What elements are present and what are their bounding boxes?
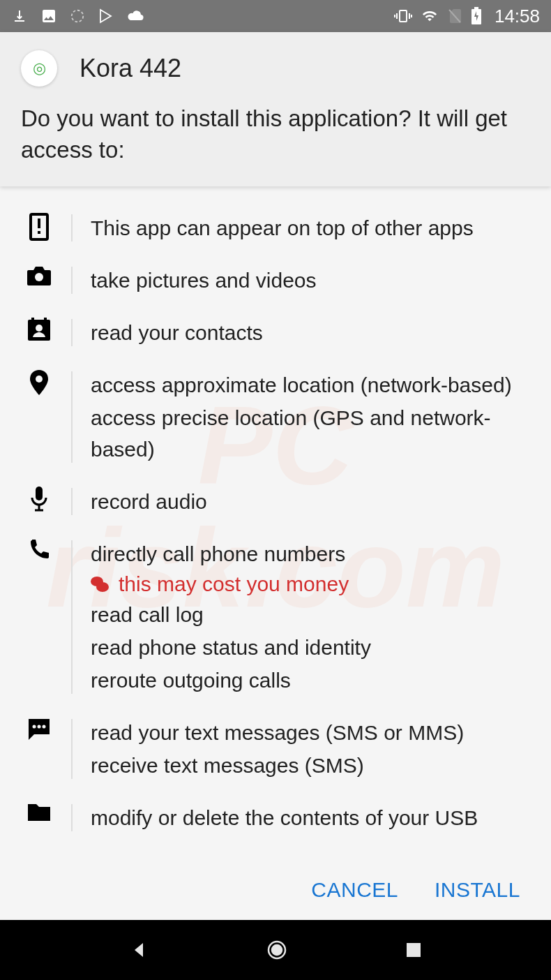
cloud-icon	[127, 9, 145, 23]
warning-text: this may cost you money	[119, 572, 349, 596]
sms-icon	[25, 716, 53, 782]
cancel-button[interactable]: CANCEL	[311, 878, 398, 902]
install-button[interactable]: INSTALL	[435, 878, 520, 902]
battery-charging-icon	[471, 7, 482, 25]
dialog-buttons: CANCEL INSTALL	[0, 860, 551, 920]
perm-contacts: read your contacts	[0, 306, 551, 359]
play-store-icon	[98, 8, 114, 24]
folder-icon	[25, 801, 53, 834]
svg-rect-11	[38, 231, 40, 234]
location-icon	[25, 369, 53, 466]
svg-point-21	[33, 725, 36, 729]
perm-text: modify or delete the contents of your US…	[91, 801, 530, 834]
perm-phone: directly call phone numbers this may cos…	[0, 528, 551, 706]
perm-text: This app can appear on top of other apps	[91, 211, 530, 244]
svg-point-0	[72, 10, 84, 22]
perm-text: directly call phone numbers	[91, 537, 530, 570]
perm-text: read your text messages (SMS or MMS)	[91, 716, 530, 749]
svg-rect-8	[474, 7, 478, 9]
svg-rect-18	[36, 487, 43, 500]
svg-point-17	[36, 376, 43, 383]
perm-location: access approximate location (network-bas…	[0, 359, 551, 475]
overlay-icon	[25, 211, 53, 244]
perm-text: receive text messages (SMS)	[91, 749, 530, 782]
install-prompt: Do you want to install this application?…	[21, 103, 530, 165]
status-time: 14:58	[495, 6, 540, 27]
perm-storage: modify or delete the contents of your US…	[0, 792, 551, 842]
app-title: Kora 442	[80, 54, 181, 83]
nav-recent-icon[interactable]	[405, 942, 422, 958]
navigation-bar	[0, 920, 551, 980]
svg-point-25	[272, 945, 282, 955]
perm-text: read call log	[91, 598, 530, 631]
camera-icon	[25, 264, 53, 297]
no-sim-icon	[447, 8, 462, 24]
perm-text: read your contacts	[91, 316, 530, 349]
cost-warning: this may cost you money	[91, 570, 530, 598]
permissions-list: This app can appear on top of other apps…	[0, 186, 551, 842]
perm-mic: record audio	[0, 475, 551, 528]
perm-sms: read your text messages (SMS or MMS) rec…	[0, 706, 551, 792]
app-icon: ◎	[21, 50, 57, 87]
svg-rect-1	[400, 10, 407, 22]
loading-icon	[70, 8, 85, 24]
perm-text: record audio	[91, 485, 530, 518]
perm-overlay: This app can appear on top of other apps	[0, 202, 551, 254]
perm-camera: take pictures and videos	[0, 254, 551, 306]
svg-point-12	[35, 273, 43, 281]
perm-text: read phone status and identity	[91, 631, 530, 664]
perm-text: access approximate location (network-bas…	[91, 369, 530, 401]
coins-icon	[91, 577, 110, 592]
download-done-icon	[11, 8, 28, 24]
svg-rect-26	[407, 943, 421, 957]
svg-rect-14	[31, 318, 34, 322]
perm-text: take pictures and videos	[91, 264, 530, 297]
svg-point-16	[36, 325, 43, 332]
nav-home-icon[interactable]	[266, 940, 287, 960]
nav-back-icon[interactable]	[129, 940, 149, 960]
svg-point-23	[43, 725, 46, 729]
wifi-icon	[421, 8, 439, 24]
image-icon	[40, 8, 57, 24]
svg-point-22	[38, 725, 41, 729]
status-bar: 14:58	[0, 0, 551, 32]
vibrate-icon	[394, 8, 412, 24]
svg-rect-10	[38, 218, 40, 228]
mic-icon	[25, 485, 53, 518]
svg-rect-15	[44, 318, 47, 322]
contacts-icon	[25, 316, 53, 349]
phone-icon	[25, 537, 53, 697]
install-header: ◎ Kora 442 Do you want to install this a…	[0, 32, 551, 186]
perm-text: reroute outgoing calls	[91, 664, 530, 697]
perm-text: access precise location (GPS and network…	[91, 401, 530, 466]
